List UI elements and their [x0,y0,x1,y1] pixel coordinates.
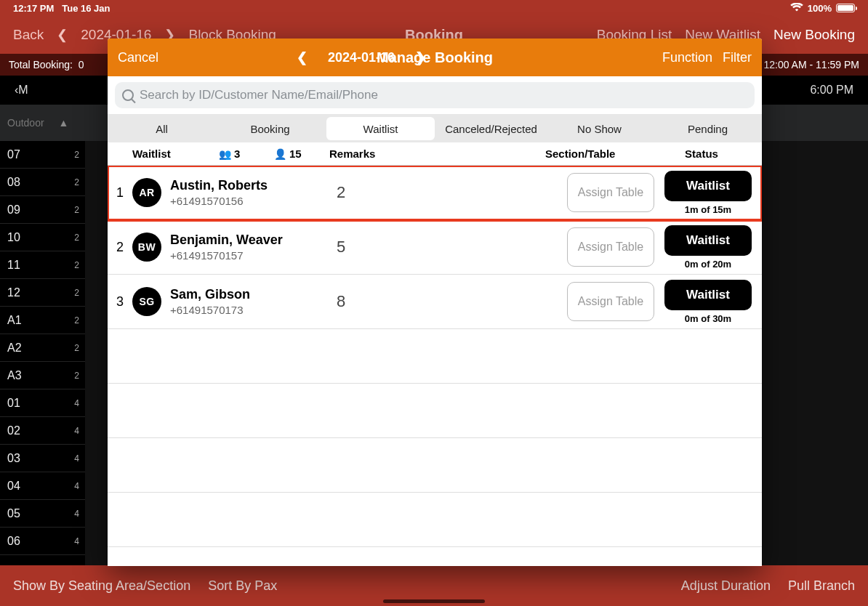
customer-phone: +61491570156 [170,195,323,207]
table-capacity: 4 [74,426,79,436]
function-button[interactable]: Function [662,50,712,65]
table-capacity: 2 [74,177,79,187]
empty-row [108,493,762,547]
status-pill[interactable]: Waitlist [664,280,752,310]
section-name: Outdoor [7,117,44,129]
table-capacity: 4 [74,481,79,491]
battery-icon [836,4,855,12]
tab-booking[interactable]: Booking [216,115,324,142]
modal-title: Manage Booking [377,49,493,66]
table-label: 11 [7,259,20,272]
table-label: A2 [7,342,22,355]
col-people: 15 [289,148,302,160]
table-label: 04 [7,480,20,493]
avatar: SG [132,287,161,316]
pax-count: 8 [323,292,359,311]
times-right: 6:00 PM [810,84,853,97]
manage-booking-modal: Cancel ❮ 2024-01-16 ❯ Manage Booking Fun… [108,39,762,566]
side-row[interactable]: 072 [0,141,85,169]
total-booking-value: 0 [79,59,84,70]
table-capacity: 2 [74,150,79,160]
adjust-duration-button[interactable]: Adjust Duration [681,578,771,594]
back-button[interactable]: Back [13,27,44,43]
customer-name: Sam, Gibson [170,287,323,302]
wifi-icon [790,3,803,14]
status-date: Tue 16 Jan [62,3,110,14]
side-table-list[interactable]: 072082092102112122A12A22A320140240340440… [0,141,85,565]
filter-tabs: All Booking Waitlist Canceled/Rejected N… [108,115,762,142]
side-row[interactable]: 082 [0,169,85,196]
times-left: ‹M [15,84,28,97]
waitlist-rows[interactable]: 1 AR Austin, Roberts +61491570156 2 Assi… [108,166,762,566]
tab-waitlist[interactable]: Waitlist [326,117,435,140]
side-row[interactable]: 044 [0,472,85,500]
show-by-button[interactable]: Show By Seating Area/Section [13,578,190,594]
assign-table-button[interactable]: Assign Table [567,173,654,212]
new-booking-button[interactable]: New Booking [773,27,855,43]
side-row[interactable]: 064 [0,528,85,555]
side-row[interactable]: A22 [0,334,85,362]
side-row[interactable]: 054 [0,500,85,528]
table-capacity: 4 [74,453,79,464]
table-capacity: 4 [74,536,79,546]
waitlist-row[interactable]: 1 AR Austin, Roberts +61491570156 2 Assi… [108,166,762,220]
side-row[interactable]: 014 [0,389,85,417]
avatar: AR [132,178,161,207]
table-capacity: 2 [74,288,79,298]
sort-by-button[interactable]: Sort By Pax [208,578,277,594]
side-row[interactable]: A12 [0,307,85,334]
waitlist-row[interactable]: 2 BW Benjamin, Weaver +61491570157 5 Ass… [108,220,762,275]
filter-button[interactable]: Filter [723,50,752,65]
wait-timer: 0m of 20m [685,259,731,270]
group-icon: 👥 [219,148,231,160]
search-input[interactable]: Search by ID/Customer Name/Email/Phone [115,82,755,108]
pull-branch-button[interactable]: Pull Branch [788,578,855,594]
side-row[interactable]: 112 [0,251,85,279]
table-label: 07 [7,148,20,161]
chevron-left-icon[interactable]: ❮ [297,49,308,65]
assign-table-button[interactable]: Assign Table [567,282,654,321]
tab-canceled[interactable]: Canceled/Rejected [437,115,545,142]
side-row[interactable]: 122 [0,279,85,307]
table-capacity: 4 [74,398,79,408]
modal-header: Cancel ❮ 2024-01-16 ❯ Manage Booking Fun… [108,39,762,76]
empty-row [108,329,762,384]
col-waitlist: Waitlist [121,148,219,160]
table-label: 01 [7,397,20,410]
table-capacity: 2 [74,315,79,326]
col-section: Section/Table [545,148,654,160]
waitlist-row[interactable]: 3 SG Sam, Gibson +61491570173 8 Assign T… [108,275,762,329]
assign-table-button[interactable]: Assign Table [567,227,654,267]
side-row[interactable]: 024 [0,417,85,445]
customer-name: Austin, Roberts [170,178,323,193]
table-label: 09 [7,203,20,217]
customer-phone: +61491570157 [170,249,323,262]
person-icon: 👤 [274,148,286,160]
side-row[interactable]: A32 [0,362,85,389]
status-time: 12:17 PM [13,3,54,14]
column-headers: Waitlist 👥3 👤15 Remarks Section/Table St… [108,142,762,166]
status-pill[interactable]: Waitlist [664,171,752,201]
battery-text: 100% [808,3,832,14]
empty-row [108,384,762,438]
home-indicator [383,599,485,603]
total-booking-label: Total Booking: [9,59,73,70]
tab-pending[interactable]: Pending [654,115,762,142]
tab-all[interactable]: All [108,115,216,142]
chevron-left-icon[interactable]: ❮ [57,27,68,43]
table-label: 08 [7,176,20,189]
row-index: 3 [116,294,132,310]
status-pill[interactable]: Waitlist [664,225,752,256]
status-bar: 12:17 PM Tue 16 Jan 100% [0,0,868,16]
table-label: A1 [7,314,22,327]
cancel-button[interactable]: Cancel [118,50,158,65]
table-label: 12 [7,286,20,299]
tab-noshow[interactable]: No Show [545,115,654,142]
side-row[interactable]: 034 [0,445,85,472]
search-placeholder: Search by ID/Customer Name/Email/Phone [140,88,378,102]
side-row[interactable]: 102 [0,224,85,251]
table-capacity: 2 [74,343,79,353]
side-row[interactable]: 092 [0,196,85,224]
col-remarks: Remarks [329,148,545,160]
table-label: 02 [7,424,20,437]
